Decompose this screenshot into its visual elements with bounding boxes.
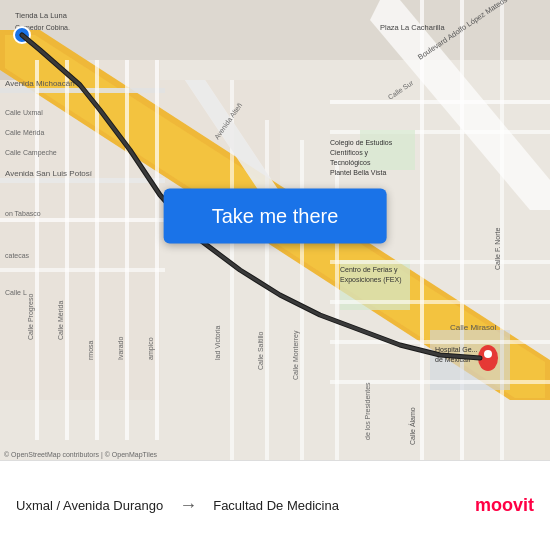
map-container: Avenida Michoacán Calle Uxmal Calle Méri… xyxy=(0,0,550,460)
bottom-bar: Uxmal / Avenida Durango → Facultad De Me… xyxy=(0,460,550,550)
svg-text:Calle Campeche: Calle Campeche xyxy=(5,149,57,157)
svg-rect-16 xyxy=(65,60,69,440)
svg-rect-12 xyxy=(0,268,165,272)
svg-text:Avenida San Luis Potosí: Avenida San Luis Potosí xyxy=(5,169,93,178)
svg-text:Calle L: Calle L xyxy=(5,289,27,296)
svg-text:Calle F. Norte: Calle F. Norte xyxy=(494,227,501,270)
route-arrow-icon: → xyxy=(179,495,197,516)
take-me-there-button[interactable]: Take me there xyxy=(164,189,387,244)
route-from: Uxmal / Avenida Durango xyxy=(16,498,163,513)
svg-text:Colegio de Estudios: Colegio de Estudios xyxy=(330,139,393,147)
svg-text:catecas: catecas xyxy=(5,252,30,259)
svg-rect-33 xyxy=(330,260,550,264)
svg-text:Ivarado: Ivarado xyxy=(117,337,124,360)
svg-rect-34 xyxy=(330,300,550,304)
svg-text:Avenida Michoacán: Avenida Michoacán xyxy=(5,79,75,88)
svg-text:Calle Monterrey: Calle Monterrey xyxy=(292,330,300,380)
svg-text:de los Presidentes: de los Presidentes xyxy=(364,382,371,440)
origin-name: Uxmal / Avenida Durango xyxy=(16,498,163,513)
svg-text:Plantel Bella Vista: Plantel Bella Vista xyxy=(330,169,386,176)
svg-rect-35 xyxy=(330,340,550,344)
map-copyright: © OpenStreetMap contributors | © OpenMap… xyxy=(4,451,157,458)
svg-text:Científicos y: Científicos y xyxy=(330,149,369,157)
svg-text:Calle Mérida: Calle Mérida xyxy=(57,301,64,340)
svg-text:on Tabasco: on Tabasco xyxy=(5,210,41,217)
moovit-brand-text: moovit xyxy=(475,495,534,516)
svg-text:Exposiciones (FEX): Exposiciones (FEX) xyxy=(340,276,401,284)
route-to: Facultad De Medicina xyxy=(213,498,339,513)
svg-text:Plaza La Cacharilla: Plaza La Cacharilla xyxy=(380,23,445,32)
svg-text:Tecnológicos: Tecnológicos xyxy=(330,159,371,167)
svg-text:Calle Uxmal: Calle Uxmal xyxy=(5,109,43,116)
svg-rect-15 xyxy=(35,60,39,440)
svg-text:lad Victoria: lad Victoria xyxy=(214,325,221,360)
svg-rect-36 xyxy=(330,380,550,384)
svg-text:Calle Mirasol: Calle Mirasol xyxy=(450,323,496,332)
svg-text:Calle Saltillo: Calle Saltillo xyxy=(257,331,264,370)
destination-name: Facultad De Medicina xyxy=(213,498,339,513)
svg-rect-17 xyxy=(95,60,99,440)
svg-text:ampico: ampico xyxy=(147,337,155,360)
svg-rect-10 xyxy=(0,178,165,183)
svg-rect-19 xyxy=(155,60,159,440)
svg-rect-11 xyxy=(0,218,165,222)
svg-text:Centro de Ferias y: Centro de Ferias y xyxy=(340,266,398,274)
svg-text:Calle Álamo: Calle Álamo xyxy=(408,407,416,445)
moovit-logo: moovit xyxy=(475,495,534,516)
svg-rect-18 xyxy=(125,60,129,440)
svg-text:Calle Progreso: Calle Progreso xyxy=(27,294,35,340)
svg-text:Calle Mérida: Calle Mérida xyxy=(5,129,44,136)
svg-text:rmosa: rmosa xyxy=(87,340,94,360)
svg-point-74 xyxy=(484,350,492,358)
svg-text:Tienda La Luna: Tienda La Luna xyxy=(15,11,68,20)
route-info: Uxmal / Avenida Durango → Facultad De Me… xyxy=(16,495,475,516)
svg-rect-21 xyxy=(460,0,464,460)
